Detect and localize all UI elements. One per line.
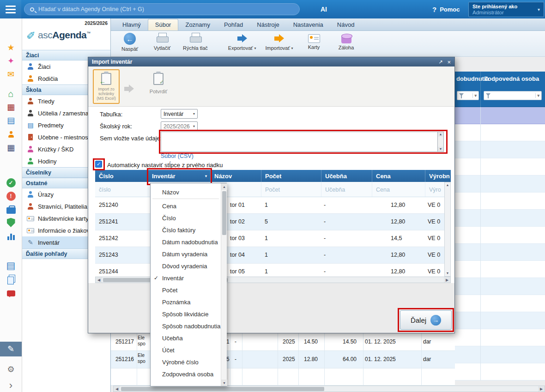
dropdown-item-pocet[interactable]: Počet xyxy=(151,284,221,296)
table-row[interactable] xyxy=(455,346,545,363)
dropdown-item-sposob-nadobudnutia[interactable]: Spôsob nadobudnutia xyxy=(151,320,221,332)
close-icon[interactable]: × xyxy=(447,59,451,66)
shield-icon[interactable] xyxy=(0,216,22,229)
dropdown-item-sposob-likvidacie[interactable]: Spôsob likvidácie xyxy=(151,308,221,320)
student-icon[interactable] xyxy=(0,127,22,141)
table-row[interactable]: 251243 tor 04 1 - 12,80 VE 0 xyxy=(95,247,451,264)
main-horizontal-scrollbar[interactable]: ◀ ▶ xyxy=(113,386,545,392)
table-row[interactable]: 251241 tor 02 5 - 12,80 VE 0 xyxy=(95,214,451,230)
table-row[interactable] xyxy=(455,158,545,175)
table-row[interactable] xyxy=(455,244,545,261)
dropdown-item-datum-nadobudnutia[interactable]: Dátum nadobudnutia xyxy=(151,236,221,248)
tab-navod[interactable]: Návod xyxy=(330,19,362,30)
dropdown-item-cislo[interactable]: Číslo xyxy=(151,212,221,224)
quick-print-button[interactable]: Rýchla tlač xyxy=(183,31,208,56)
tab-nastroje[interactable]: Nástroje xyxy=(250,19,286,30)
status-alert-icon[interactable]: ! xyxy=(0,189,22,203)
dropdown-item-zodpovedna-osoba[interactable]: Zodpovedná osoba xyxy=(151,368,221,380)
dropdown-item-vyrobne-cislo[interactable]: Výrobné číslo xyxy=(151,356,221,368)
dropdown-item-dovod-vyradenia[interactable]: Dôvod vyradenia xyxy=(151,260,221,272)
table-select[interactable]: Inventár ▾ xyxy=(161,109,198,119)
table-row[interactable] xyxy=(455,210,545,227)
export-button[interactable]: Exportovať▾ xyxy=(228,31,256,56)
chart-icon[interactable] xyxy=(0,229,22,243)
grid-header-vyrobne[interactable]: Výrobn xyxy=(425,170,451,182)
scroll-right-icon[interactable]: ▶ xyxy=(538,386,545,392)
tab-nastavenia[interactable]: Nastavenia xyxy=(286,19,330,30)
back-button[interactable]: ← Naspäť xyxy=(118,31,141,56)
table-row[interactable]: 251242 tor 03 1 - 14,5 VE 0 xyxy=(95,230,451,247)
dropdown-item-datum-vyradenia[interactable]: Dátum vyradenia xyxy=(151,248,221,260)
grid-header-cislo[interactable]: Číslo xyxy=(95,170,148,182)
table-row[interactable] xyxy=(455,278,545,295)
dropdown-item-inventar-checked[interactable]: ✓Inventár xyxy=(151,272,221,284)
import-button[interactable]: Importovať▾ xyxy=(265,31,293,56)
expand-strip-chevron-icon[interactable]: › xyxy=(0,379,22,392)
dropdown-item-poznamka[interactable]: Poznámka xyxy=(151,296,221,308)
table-row[interactable] xyxy=(455,295,545,312)
documents-icon[interactable] xyxy=(0,272,22,286)
import-from-clipboard-button[interactable]: ← Import zo schránky (MS Excel) xyxy=(93,69,120,104)
confirm-button[interactable]: ✓ Potvrdiť xyxy=(142,69,175,104)
dropdown-item-cislo-faktury[interactable]: Číslo faktúry xyxy=(151,224,221,236)
hamburger-menu-button[interactable] xyxy=(0,0,21,18)
book-icon[interactable]: ▤ xyxy=(0,114,22,127)
table-row[interactable] xyxy=(455,261,545,278)
dropdown-item-ucebna[interactable]: Učebňa xyxy=(151,332,221,344)
star-icon[interactable]: ★ xyxy=(0,41,22,54)
global-search-input[interactable]: Hľadať v dátach Agendy Online (Ctrl + G) xyxy=(24,3,300,15)
maximize-icon[interactable]: ↗ xyxy=(438,59,442,65)
calendar-icon[interactable]: ▦ xyxy=(0,100,22,114)
backup-button[interactable]: Záloha xyxy=(335,31,358,56)
books-icon[interactable]: ▤ xyxy=(0,259,22,272)
scroll-up-icon[interactable]: ▲ xyxy=(221,183,227,190)
scroll-up-icon[interactable]: ▲ xyxy=(446,182,449,188)
ai-button[interactable]: AI xyxy=(321,0,327,18)
cards-button[interactable]: Karty xyxy=(303,31,326,56)
filter-dropdown[interactable]: ▾ xyxy=(484,91,542,100)
grid-header-ucebna[interactable]: Učebňa xyxy=(321,170,372,182)
filter-cislo[interactable]: číslo xyxy=(95,182,148,197)
dropdown-item-nazov[interactable]: Názov xyxy=(151,186,221,198)
grid-header-pocet[interactable]: Počet xyxy=(261,170,321,182)
scroll-down-icon[interactable]: ▼ xyxy=(446,271,449,276)
csv-file-link[interactable]: Súbor (CSV) xyxy=(161,153,194,159)
grid-header-cena[interactable]: Cena xyxy=(372,170,425,182)
table-row[interactable]: 251244 tor 05 1 - 12,80 VE 0 xyxy=(95,264,451,277)
table-row[interactable] xyxy=(455,193,545,210)
tab-pohlad[interactable]: Pohľad xyxy=(217,19,250,30)
filter-ucebna[interactable]: Učebňa xyxy=(321,182,372,197)
tab-hlavny[interactable]: Hlavný xyxy=(115,19,148,30)
table-row-selected[interactable] xyxy=(455,107,545,124)
scroll-down-icon[interactable]: ▼ xyxy=(221,380,227,386)
dropdown-item-cena[interactable]: Cena xyxy=(151,200,221,212)
table-row[interactable] xyxy=(455,227,545,244)
table-row[interactable] xyxy=(455,124,545,141)
inventory-tool-icon-selected[interactable]: ✎ xyxy=(0,342,22,356)
grid-header-nazov[interactable]: Názov xyxy=(211,170,261,182)
scrollbar-thumb[interactable] xyxy=(121,387,324,391)
table-row[interactable] xyxy=(455,175,545,193)
scroll-left-icon[interactable]: ◀ xyxy=(114,386,120,392)
magic-wand-icon[interactable]: ✦ xyxy=(0,54,22,68)
dropdown-scrollbar[interactable]: ▲ ▼ xyxy=(221,183,227,386)
settings-gear-icon[interactable]: ⚙ xyxy=(0,362,22,376)
filter-pocet[interactable]: Počet xyxy=(261,182,321,197)
filter-dropdown[interactable]: ▾ xyxy=(457,91,479,100)
print-button[interactable]: Vytlačiť xyxy=(151,31,174,56)
user-menu[interactable]: Ste prihlásený ako Administrátor ▾ xyxy=(468,2,544,17)
table-row[interactable] xyxy=(455,312,545,329)
help-button[interactable]: ? Pomoc xyxy=(432,0,460,18)
dropdown-item-ucet[interactable]: Účet xyxy=(151,344,221,356)
column-header-zodpovedna-osoba[interactable]: Zodpovedná osoba xyxy=(484,75,539,82)
table-row[interactable]: 251240 tor 01 1 - 12,80 VE 0 xyxy=(95,197,451,214)
next-button[interactable]: Ďalej → xyxy=(400,310,452,330)
scroll-right-icon[interactable]: ▶ xyxy=(444,277,450,283)
scroll-left-icon[interactable]: ◀ xyxy=(96,277,102,283)
table-row[interactable] xyxy=(455,329,545,346)
schedule-icon[interactable]: ▦ xyxy=(0,141,22,155)
briefcase-icon[interactable] xyxy=(0,203,22,217)
scrollbar-thumb[interactable] xyxy=(222,191,226,235)
home-icon[interactable]: ⌂ xyxy=(0,87,22,101)
table-row[interactable] xyxy=(455,141,545,158)
